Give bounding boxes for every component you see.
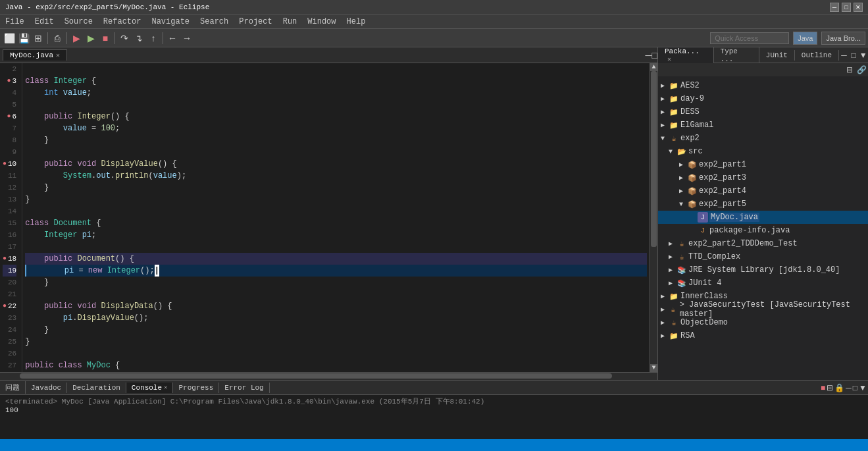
rp-link-btn[interactable]: 🔗 (856, 65, 867, 75)
back-button[interactable]: ← (166, 32, 179, 45)
menu-project[interactable]: Project (234, 16, 277, 28)
tree-label-objdemo: ObjectDemo (680, 318, 728, 327)
scroll-down[interactable]: ▼ (650, 364, 657, 372)
folder-icon-elgamal: 📁 (669, 120, 679, 130)
step-return[interactable]: ↑ (147, 32, 160, 45)
line-26: 26 (3, 348, 16, 359)
tree-label-ttd: TTD_Complex (688, 252, 740, 261)
tree-item-part1[interactable]: ▶ 📦 exp2_part1 (658, 158, 868, 171)
perspective-java[interactable]: Java (793, 32, 817, 45)
code-line-5 (25, 99, 647, 111)
menu-refactor[interactable]: Refactor (98, 16, 147, 28)
tree-item-dess[interactable]: ▶ 📁 DESS (658, 105, 868, 119)
tree-item-mydoc[interactable]: J MyDoc.java (658, 211, 868, 224)
tree-item-tdd[interactable]: ▶ ☕ exp2_part2_TDDDemo_Test (658, 237, 868, 250)
stop-button[interactable]: ■ (99, 32, 112, 45)
code-line-8: } (25, 134, 647, 146)
bt-minimize[interactable]: ─ (846, 383, 852, 392)
bottom-tab-errorlog[interactable]: Error Log (219, 383, 269, 393)
bottom-tab-declaration[interactable]: Declaration (67, 383, 126, 393)
tree-item-rsa[interactable]: ▶ 📁 RSA (658, 329, 868, 342)
tree-item-src[interactable]: ▼ 📂 src (658, 145, 868, 158)
tree-item-pkginfo[interactable]: J package-info.java (658, 224, 868, 237)
scroll-track[interactable] (650, 71, 657, 364)
right-tab-outline[interactable]: Outline (795, 50, 839, 61)
minimize-button[interactable]: ─ (830, 3, 839, 12)
debug-button[interactable]: ▶ (70, 32, 83, 45)
bt-stop[interactable]: ■ (821, 383, 825, 392)
save-button[interactable]: 💾 (17, 32, 30, 45)
bt-maximize[interactable]: □ (853, 383, 857, 392)
bt-clear[interactable]: ⊟ (827, 383, 833, 392)
tree-item-elgamal[interactable]: ▶ 📁 ElGamal (658, 119, 868, 132)
step-into[interactable]: ↴ (132, 32, 145, 45)
bottom-tab-progress[interactable]: Progress (173, 383, 219, 393)
project-icon-javasec: ☕ (668, 304, 678, 315)
rp-collapse-btn[interactable]: ⊟ (844, 65, 855, 75)
tree-item-day9[interactable]: ▶ 📁 day-9 (658, 92, 868, 105)
scroll-thumb[interactable] (651, 71, 657, 247)
quick-access-input[interactable] (710, 32, 789, 44)
menu-search[interactable]: Search (195, 16, 234, 28)
editor-hscroll[interactable] (0, 372, 657, 380)
hscroll-thumb[interactable] (20, 373, 612, 379)
tree-item-part5[interactable]: ▼ 📦 exp2_part5 (658, 198, 868, 211)
code-content[interactable]: class Integer { int value; public Intege… (22, 63, 650, 372)
new-button[interactable]: ⬜ (3, 32, 16, 45)
console-output: <terminated> MyDoc [Java Application] C:… (0, 395, 868, 439)
scroll-up[interactable]: ▲ (650, 63, 657, 71)
line-numbers: 2 3 4 5 6 7 8 9 10 11 12 13 14 15 16 17 … (0, 63, 22, 372)
bottom-tab-console[interactable]: Console ✕ (126, 383, 174, 393)
step-over[interactable]: ↷ (118, 32, 131, 45)
bt-menu[interactable]: ▼ (859, 383, 867, 392)
line-14: 14 (3, 205, 16, 217)
print-button[interactable]: ⎙ (51, 32, 64, 45)
right-tab-type[interactable]: Type ... (714, 47, 759, 65)
menu-run[interactable]: Run (278, 16, 303, 28)
java-icon-mydoc: J (698, 212, 708, 223)
save-all-button[interactable]: ⊞ (32, 32, 45, 45)
forward-button[interactable]: → (180, 32, 193, 45)
maximize-button[interactable]: □ (842, 3, 851, 12)
menu-help[interactable]: Help (342, 16, 371, 28)
run-button[interactable]: ▶ (84, 32, 97, 45)
bt-scroll-lock[interactable]: 🔒 (834, 383, 844, 392)
right-tab-junit[interactable]: JUnit (759, 50, 795, 61)
tree-item-javasec[interactable]: ▶ ☕ > JavaSecurityTest [JavaSecurityTest… (658, 303, 868, 316)
code-line-10: public void DisplayValue() { (25, 158, 647, 170)
tree-item-part3[interactable]: ▶ 📦 exp2_part3 (658, 171, 868, 184)
bottom-tab-javadoc[interactable]: Javadoc (26, 383, 67, 393)
tree-item-junit[interactable]: ▶ 📚 JUnit 4 (658, 277, 868, 290)
tree-item-exp2[interactable]: ▼ ☕ exp2 (658, 132, 868, 145)
editor-minimize-btn[interactable]: ─ (646, 50, 652, 61)
close-button[interactable]: ✕ (854, 3, 863, 12)
editor-tab-mydoc[interactable]: MyDoc.java ✕ (3, 49, 67, 61)
arrow-tdd: ▶ (669, 240, 677, 248)
editor-maximize-btn[interactable]: □ (652, 50, 657, 61)
tree-item-aes2[interactable]: ▶ 📁 AES2 (658, 79, 868, 92)
menu-window[interactable]: Window (302, 16, 341, 28)
tree-item-jre[interactable]: ▶ 📚 JRE System Library [jdk1.8.0_40] (658, 263, 868, 277)
bottom-tab-console-close[interactable]: ✕ (164, 384, 167, 391)
menu-source[interactable]: Source (59, 16, 98, 28)
rp-menu-btn[interactable]: ▼ (858, 50, 868, 61)
tree-item-ttd[interactable]: ▶ ☕ TTD_Complex (658, 250, 868, 263)
right-tab-package[interactable]: Packa... ✕ (658, 47, 714, 65)
rp-minimize-btn[interactable]: ─ (839, 50, 849, 61)
tree-item-part4[interactable]: ▶ 📦 exp2_part4 (658, 184, 868, 198)
bottom-tab-declaration-label: Declaration (72, 384, 120, 392)
right-tab-junit-label: JUnit (766, 51, 788, 59)
menu-file[interactable]: File (0, 16, 30, 28)
menu-edit[interactable]: Edit (30, 16, 59, 28)
tab-close-icon[interactable]: ✕ (56, 51, 60, 59)
tree-label-exp2: exp2 (680, 134, 700, 143)
code-line-11: System.out.println(value); (25, 170, 647, 182)
toolbar: ⬜ 💾 ⊞ ⎙ ▶ ▶ ■ ↷ ↴ ↑ ← → Java Java Bro... (0, 29, 868, 47)
vertical-scrollbar[interactable]: ▲ ▼ (650, 63, 657, 372)
right-tab-package-close[interactable]: ✕ (667, 56, 671, 63)
bottom-tab-errorlog-label: Error Log (224, 384, 263, 392)
menu-navigate[interactable]: Navigate (146, 16, 195, 28)
bottom-tab-issues[interactable]: 问题 (0, 381, 26, 394)
rp-maximize-btn[interactable]: □ (849, 50, 859, 61)
perspective-java-browse[interactable]: Java Bro... (821, 32, 865, 45)
